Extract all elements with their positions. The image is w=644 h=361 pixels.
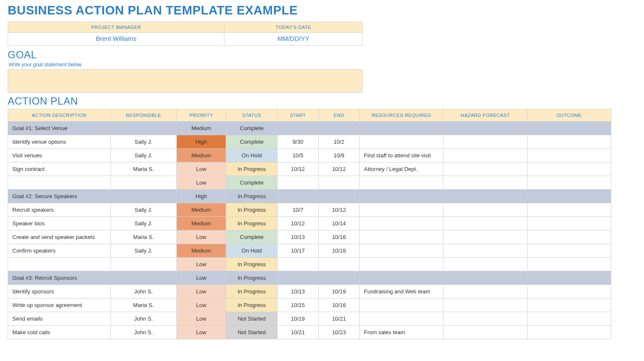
cell-resources[interactable] — [360, 122, 443, 135]
cell-outcome[interactable] — [527, 298, 611, 312]
cell-status[interactable]: In Progress — [226, 162, 278, 176]
cell-status[interactable]: In Progress — [226, 298, 278, 312]
cell-priority[interactable]: Low — [176, 285, 226, 298]
cell-status[interactable]: Not Started — [226, 326, 278, 339]
cell-priority[interactable]: Medium — [176, 217, 226, 230]
cell-end[interactable]: 10/23 — [318, 326, 360, 339]
cell-desc[interactable] — [8, 176, 111, 190]
cell-resources[interactable] — [360, 312, 443, 326]
cell-hazard[interactable] — [443, 312, 527, 326]
pm-value[interactable]: Brent Williams — [8, 33, 224, 45]
cell-start[interactable]: 10/12 — [278, 217, 319, 230]
cell-hazard[interactable] — [443, 135, 527, 149]
cell-resources[interactable] — [360, 217, 443, 230]
cell-hazard[interactable] — [443, 203, 527, 217]
cell-resources[interactable]: Find staff to attend site visit — [360, 149, 443, 162]
cell-start[interactable]: 10/17 — [278, 244, 319, 258]
cell-resp[interactable]: John S. — [111, 285, 176, 298]
cell-hazard[interactable] — [443, 244, 527, 258]
cell-hazard[interactable] — [443, 122, 527, 135]
cell-desc[interactable]: Confirm speakers — [8, 244, 111, 258]
cell-start[interactable] — [278, 176, 319, 190]
cell-end[interactable]: 10/19 — [318, 285, 360, 298]
cell-outcome[interactable] — [527, 162, 611, 176]
cell-status[interactable]: In Progress — [226, 285, 278, 298]
cell-outcome[interactable] — [527, 258, 611, 271]
cell-priority[interactable]: High — [176, 190, 226, 203]
cell-desc[interactable]: Make cold calls — [8, 326, 111, 339]
cell-outcome[interactable] — [527, 122, 611, 135]
cell-outcome[interactable] — [527, 217, 611, 230]
cell-resp[interactable]: John S. — [111, 312, 176, 326]
cell-desc[interactable]: Send emails — [8, 312, 111, 326]
cell-resp[interactable]: Maria S. — [111, 162, 176, 176]
cell-start[interactable]: 10/13 — [278, 285, 319, 298]
cell-resp[interactable] — [111, 258, 176, 271]
cell-start[interactable] — [278, 122, 319, 135]
cell-resources[interactable] — [360, 135, 443, 149]
cell-priority[interactable]: Low — [176, 162, 226, 176]
cell-status[interactable]: In Progress — [226, 217, 278, 230]
cell-resources[interactable]: From sales team — [360, 326, 443, 339]
cell-outcome[interactable] — [527, 244, 611, 258]
cell-desc[interactable]: Recruit speakers — [8, 203, 111, 217]
cell-outcome[interactable] — [527, 312, 611, 326]
cell-hazard[interactable] — [443, 162, 527, 176]
cell-desc[interactable]: Create and send speaker packets — [8, 230, 111, 244]
cell-end[interactable] — [318, 176, 360, 190]
cell-desc[interactable] — [8, 258, 111, 271]
cell-end[interactable] — [318, 271, 360, 285]
cell-desc[interactable]: Identify venue options — [8, 135, 111, 149]
cell-priority[interactable]: Low — [176, 271, 226, 285]
cell-priority[interactable]: High — [176, 135, 226, 149]
cell-status[interactable]: On Hold — [226, 244, 278, 258]
cell-end[interactable]: 10/2 — [318, 135, 360, 149]
cell-start[interactable]: 10/12 — [278, 162, 319, 176]
cell-resp[interactable]: Sally J. — [111, 217, 176, 230]
cell-priority[interactable]: Low — [176, 258, 226, 271]
cell-outcome[interactable] — [527, 190, 611, 203]
cell-desc[interactable]: Write up sponsor agreement — [8, 298, 111, 312]
cell-start[interactable]: 10/15 — [278, 298, 319, 312]
cell-priority[interactable]: Low — [176, 326, 226, 339]
cell-status[interactable]: On Hold — [226, 149, 278, 162]
cell-outcome[interactable] — [527, 271, 611, 285]
cell-start[interactable]: 10/7 — [278, 203, 319, 217]
cell-priority[interactable]: Medium — [176, 203, 226, 217]
cell-resp[interactable] — [111, 176, 176, 190]
cell-start[interactable]: 10/21 — [278, 326, 319, 339]
cell-end[interactable] — [318, 122, 360, 135]
cell-desc[interactable]: Goal #3: Recruit Sponsors — [8, 271, 111, 285]
cell-end[interactable]: 10/21 — [318, 312, 360, 326]
cell-priority[interactable]: Low — [176, 298, 226, 312]
cell-end[interactable]: 10/16 — [318, 230, 360, 244]
cell-resp[interactable]: Sally J. — [111, 203, 176, 217]
cell-hazard[interactable] — [443, 285, 527, 298]
cell-resp[interactable] — [111, 271, 176, 285]
cell-hazard[interactable] — [443, 271, 527, 285]
cell-outcome[interactable] — [527, 176, 611, 190]
cell-hazard[interactable] — [443, 298, 527, 312]
cell-status[interactable]: Complete — [226, 230, 278, 244]
cell-status[interactable]: In Progress — [226, 203, 278, 217]
cell-desc[interactable]: Sign contract — [8, 162, 111, 176]
cell-start[interactable]: 10/13 — [278, 230, 319, 244]
cell-resp[interactable] — [111, 190, 176, 203]
cell-desc[interactable]: Speaker bios — [8, 217, 111, 230]
cell-resp[interactable]: Sally J. — [111, 135, 176, 149]
date-value[interactable]: MM/DD/YY — [224, 33, 363, 45]
cell-end[interactable]: 10/18 — [318, 244, 360, 258]
cell-outcome[interactable] — [527, 326, 611, 339]
cell-start[interactable]: 10/5 — [278, 149, 319, 162]
cell-start[interactable]: 9/30 — [278, 135, 319, 149]
cell-priority[interactable]: Low — [176, 312, 226, 326]
cell-status[interactable]: In Progress — [226, 258, 278, 271]
cell-priority[interactable]: Low — [176, 176, 226, 190]
cell-start[interactable] — [278, 258, 319, 271]
cell-hazard[interactable] — [443, 258, 527, 271]
cell-status[interactable]: Complete — [226, 122, 278, 135]
cell-resp[interactable]: Sally J. — [111, 244, 176, 258]
cell-hazard[interactable] — [443, 217, 527, 230]
cell-resp[interactable] — [111, 122, 176, 135]
cell-resources[interactable] — [360, 190, 443, 203]
